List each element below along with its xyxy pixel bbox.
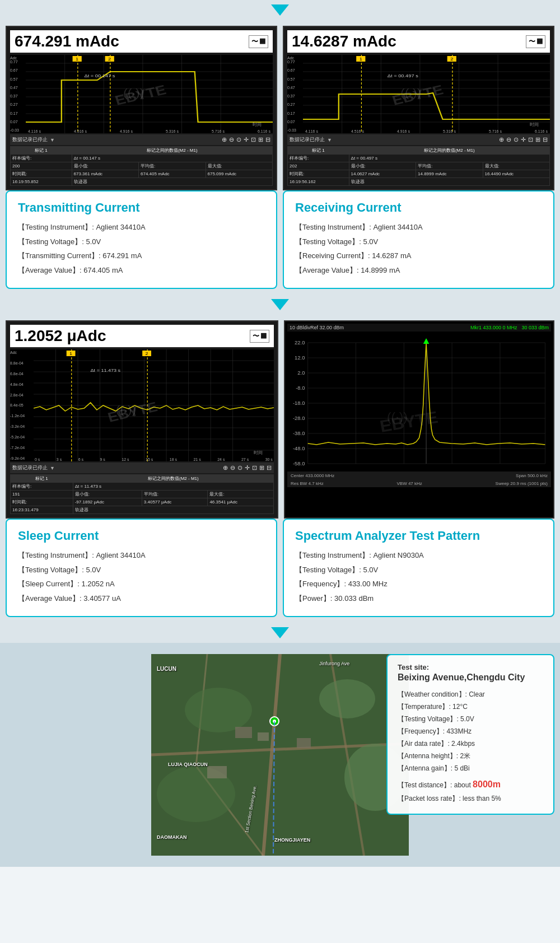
- sp-voltage: 【Testing Voltage】: 5.0V: [295, 564, 542, 576]
- test-voltage: 【Testing Voltage】: 5.0V: [398, 714, 543, 724]
- dropdown-icon[interactable]: ▼: [50, 137, 55, 143]
- svg-point-103: [319, 679, 375, 718]
- receiving-toolbar: 数据记录已停止 ▼ ⊕ ⊖ ⊙ ✛ ⊡ ⊞ ⊟: [287, 134, 550, 145]
- divider-arrow-bottom: [271, 627, 289, 638]
- sleep-header: 1.2052 μAdc 〜 ▦: [10, 325, 274, 347]
- test-freq: 【Frequency】: 433MHz: [398, 726, 543, 736]
- test-air-data: 【Air data rate】: 2.4kbps: [398, 739, 543, 749]
- svg-text:Δt = 00.497 s: Δt = 00.497 s: [388, 73, 419, 78]
- svg-text:LUCUN: LUCUN: [157, 666, 176, 672]
- spectrum-res-bw: Res BW 4.7 kHz: [291, 481, 324, 486]
- svg-text:DAOMAKAN: DAOMAKAN: [157, 834, 187, 840]
- col-marker: 标记 1: [11, 147, 72, 155]
- svg-text:2: 2: [146, 351, 148, 356]
- spectrum-panel: 10 dBldiv Ref 32.00 dBm Mkr1 433.000 0 M…: [284, 320, 554, 519]
- move-icon[interactable]: ✛: [244, 136, 249, 143]
- svg-text:-48.0: -48.0: [293, 446, 305, 451]
- receiving-panel: 14.6287 mAdc 〜 ▦ Adc0.77 0.67 0.57 0.47 …: [283, 26, 554, 190]
- svg-text:LUJIA QIAOCUN: LUJIA QIAOCUN: [168, 762, 208, 767]
- select-icon[interactable]: ⊞: [258, 136, 263, 143]
- svg-rect-107: [258, 732, 269, 741]
- svg-text:-38.0: -38.0: [293, 431, 305, 436]
- spectrum-card-title: Spectrum Analyzer Test Pattern: [295, 529, 542, 543]
- sleep-card-title: Sleep Current: [18, 529, 265, 543]
- sleep-toolbar: 数据记录已停止 ▼ ⊕ ⊖ ⊙ ✛ ⊡ ⊞ ⊟: [10, 463, 274, 473]
- divider-arrow-mid: [271, 299, 289, 310]
- spectrum-footer: Center 433.0000 MHz Span 500.0 kHz: [287, 472, 551, 480]
- val-delta-r: Δt = 00.497 s: [349, 155, 549, 162]
- label-min: 最小值:: [72, 162, 138, 170]
- grid-icon-3: ▦: [260, 332, 267, 341]
- receiving-info-card: Receiving Current 【Testing Instrument】: …: [283, 190, 554, 289]
- label-sample-r: 样本编号:: [288, 155, 349, 162]
- transmitting-card-title: Transmitting Current: [18, 200, 265, 215]
- test-site-location: Beixing Avenue,Chengdu City: [398, 673, 543, 683]
- db-div-label: 10 dBldiv: [290, 325, 310, 330]
- test-site-label: Test site:: [398, 663, 543, 671]
- transmitting-toolbar: 数据记录已停止 ▼ ⊕ ⊖ ⊙ ✛ ⊡ ⊞ ⊟: [10, 134, 273, 145]
- sleep-value: 1.2052 μAdc: [15, 327, 106, 345]
- svg-text:((·)): ((·)): [116, 404, 136, 417]
- grid-icon[interactable]: ⊟: [265, 136, 270, 143]
- fit-icon[interactable]: ⊡: [251, 136, 256, 143]
- svg-text:-28.0: -28.0: [293, 416, 305, 421]
- svg-point-102: [185, 688, 252, 732]
- rx-average: 【Average Value】: 14.8999 mA: [295, 265, 542, 276]
- svg-text:((·)): ((·)): [400, 87, 421, 100]
- map-background: LUCUN LUJIA QIAOCUN DAOMAKAN ZHONGJIAYEN…: [151, 654, 409, 856]
- info-cards-row-1: Transmitting Current 【Testing Instrument…: [0, 190, 560, 295]
- map-container: LUCUN LUJIA QIAOCUN DAOMAKAN ZHONGJIAYEN…: [151, 654, 409, 856]
- wave-icon-3: 〜: [253, 332, 259, 341]
- spectrum-span: Span 500.0 kHz: [516, 473, 548, 478]
- svg-rect-109: [207, 766, 227, 778]
- sl-instrument: 【Testing Instrument】: Aglient 34410A: [18, 550, 265, 561]
- label-track: 轨迹器: [72, 178, 272, 186]
- receiving-data-table: 标记 1 标记之间的数值(M2 - M1) 样本编号: Δt = 00.497 …: [287, 146, 550, 186]
- receiving-card-title: Receiving Current: [295, 200, 542, 215]
- sp-frequency: 【Frequency】: 433.00 MHz: [295, 578, 542, 590]
- val-time-r: 16:19:56.162: [288, 178, 349, 186]
- spectrum-footer-2: Res BW 4.7 kHz VBW 47 kHz Sweep 20.9 ms …: [287, 480, 551, 487]
- test-distance: 【Test distance】: about 8000m: [398, 778, 543, 791]
- label-max: 最大值:: [206, 162, 273, 170]
- sl-current: 【Sleep Current】: 1.2052 nA: [18, 578, 265, 590]
- val-min: 673.361 mAdc: [72, 170, 138, 178]
- svg-text:1: 1: [360, 57, 362, 62]
- tx-average: 【Average Value】: 674.405 mA: [18, 265, 265, 276]
- sleep-data-table: 标记 1 标记之间的数值(M2 - M1) 样本编号: Δt = 11.473 …: [10, 474, 274, 514]
- sp-power: 【Power】: 30.033 dBm: [295, 593, 542, 604]
- tx-instrument: 【Testing Instrument】: Aglient 34410A: [18, 222, 265, 233]
- svg-text:((·)): ((·)): [387, 410, 408, 423]
- label-avg: 平均值:: [139, 162, 206, 170]
- spectrum-sweep: Sweep 20.9 ms (1001 pts): [496, 481, 548, 486]
- zoom-out-icon[interactable]: ⊖: [229, 136, 234, 143]
- svg-text:2: 2: [108, 57, 111, 62]
- transmitting-header: 674.291 mAdc 〜 ▦: [10, 30, 273, 53]
- svg-text:-58.0: -58.0: [293, 461, 305, 466]
- col-delta: 标记之间的数值(M2 - M1): [72, 147, 272, 155]
- svg-text:Jinfurong Ave: Jinfurong Ave: [319, 661, 349, 666]
- sl-voltage: 【Testing Voltage】: 5.0V: [18, 564, 265, 576]
- transmitting-panel: 674.291 mAdc 〜 ▦ Adc0.77 0.67 0.57 0.47 …: [6, 26, 277, 190]
- info-cards-row-2: Sleep Current 【Testing Instrument】: Agli…: [0, 519, 560, 623]
- svg-text:1: 1: [76, 57, 78, 62]
- val-min-r: 14.0627 mAdc: [349, 170, 416, 178]
- spectrum-graph: 22.0 12.0 2.0 -8.0 -18.0 -28.0 -38.0 -48…: [287, 332, 551, 472]
- val-max-r: 16.4490 mAdc: [483, 170, 550, 178]
- val-avg-r: 14.8999 mAdc: [416, 170, 483, 178]
- bottom-divider: [0, 623, 560, 643]
- spectrum-center: Center 433.0000 MHz: [291, 473, 334, 478]
- test-antenna-g: 【Antenna gain】: 5 dBi: [398, 763, 543, 773]
- wave-icon-2: 〜: [529, 37, 535, 46]
- transmitting-toolbar-label: 数据记录已停止: [12, 136, 48, 143]
- rx-instrument: 【Testing Instrument】: Aglient 34410A: [295, 222, 542, 233]
- svg-text:Δt = 00.147 s: Δt = 00.147 s: [84, 73, 115, 78]
- svg-text:2.0: 2.0: [297, 370, 305, 376]
- label-max-r: 最大值:: [483, 162, 550, 170]
- zoom-in-icon[interactable]: ⊕: [222, 136, 227, 143]
- test-info-card: Test site: Beixing Avenue,Chengdu City 【…: [386, 654, 554, 815]
- zoom-reset-icon[interactable]: ⊙: [236, 136, 241, 143]
- receiving-toolbar-label: 数据记录已停止: [290, 136, 325, 143]
- test-packet-loss: 【Packet loss rate】: less than 5%: [398, 793, 543, 804]
- svg-text:1: 1: [69, 351, 72, 356]
